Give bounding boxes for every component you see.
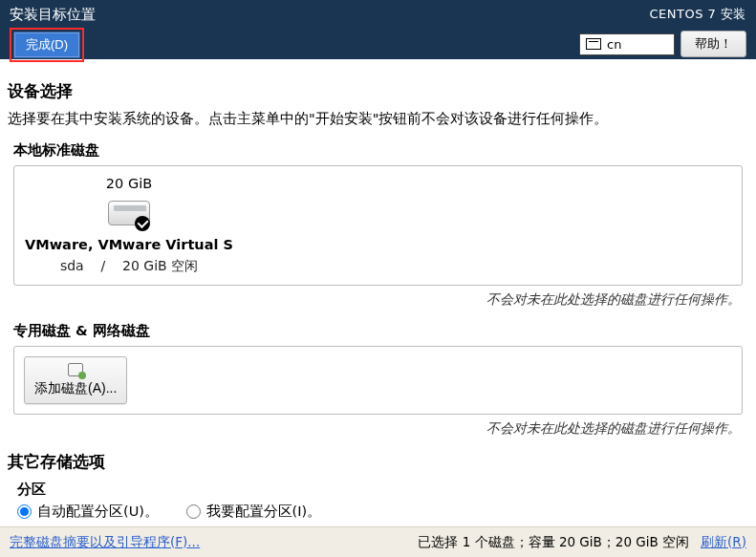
keyboard-layout-label: cn: [607, 37, 621, 52]
manual-partition-label: 我要配置分区(I)。: [206, 503, 322, 521]
page-title: 安装目标位置: [10, 6, 96, 24]
disk-status-text: 已选择 1 个磁盘；容量 20 GiB；20 GiB 空闲: [418, 534, 689, 551]
footer-bar: 完整磁盘摘要以及引导程序(F)... 已选择 1 个磁盘；容量 20 GiB；2…: [0, 526, 756, 557]
refresh-link[interactable]: 刷新(R): [701, 534, 746, 551]
no-action-note-1: 不会对未在此处选择的磁盘进行任何操作。: [8, 291, 741, 309]
other-options-heading: 其它存储选项: [8, 451, 748, 473]
top-left: 安装目标位置 完成(D): [10, 6, 96, 55]
add-disk-icon: [68, 363, 83, 376]
topbar-controls: cn 帮助！: [579, 31, 746, 57]
specialized-disks-panel: 添加磁盘(A)...: [13, 346, 743, 415]
done-button-highlight: 完成(D): [10, 28, 84, 62]
check-icon: [135, 216, 150, 231]
full-disk-summary-link[interactable]: 完整磁盘摘要以及引导程序(F)...: [10, 534, 200, 551]
auto-partition-label: 自动配置分区(U)。: [37, 503, 159, 521]
help-button[interactable]: 帮助！: [680, 31, 746, 57]
partitioning-label: 分区: [17, 481, 748, 499]
device-instructions: 选择要在其中安装系统的设备。点击主菜单中的"开始安装"按钮前不会对该设备进行任何…: [8, 110, 748, 128]
disk-sep: /: [100, 258, 105, 273]
main-content: 设备选择 选择要在其中安装系统的设备。点击主菜单中的"开始安装"按钮前不会对该设…: [0, 59, 756, 557]
disk-item[interactable]: 20 GiB VMware, VMware Virtual S sda / 20…: [24, 176, 234, 275]
top-bar: 安装目标位置 完成(D) CENTOS 7 安装 cn 帮助！: [0, 0, 756, 59]
keyboard-icon: [586, 38, 601, 50]
disk-free: 20 GiB 空闲: [122, 258, 198, 273]
disk-size: 20 GiB: [24, 176, 234, 191]
add-disk-button[interactable]: 添加磁盘(A)...: [24, 356, 127, 404]
auto-partition-option[interactable]: 自动配置分区(U)。: [17, 503, 159, 521]
device-selection-heading: 设备选择: [8, 80, 748, 102]
local-disks-heading: 本地标准磁盘: [13, 141, 748, 160]
top-right: CENTOS 7 安装 cn 帮助！: [579, 6, 746, 55]
local-disks-panel: 20 GiB VMware, VMware Virtual S sda / 20…: [13, 165, 743, 286]
add-disk-label: 添加磁盘(A)...: [34, 380, 117, 397]
product-title: CENTOS 7 安装: [650, 6, 746, 23]
hard-disk-icon: [106, 195, 152, 231]
done-button[interactable]: 完成(D): [13, 32, 80, 58]
auto-partition-radio[interactable]: [17, 504, 32, 519]
manual-partition-radio[interactable]: [186, 504, 201, 519]
keyboard-layout-selector[interactable]: cn: [579, 33, 675, 55]
disk-id: sda: [60, 258, 84, 273]
disk-name: VMware, VMware Virtual S: [24, 237, 234, 252]
no-action-note-2: 不会对未在此处选择的磁盘进行任何操作。: [8, 420, 741, 438]
manual-partition-option[interactable]: 我要配置分区(I)。: [186, 503, 322, 521]
specialized-disks-heading: 专用磁盘 & 网络磁盘: [13, 322, 748, 340]
disk-subinfo: sda / 20 GiB 空闲: [24, 258, 234, 275]
footer-right: 已选择 1 个磁盘；容量 20 GiB；20 GiB 空闲 刷新(R): [418, 534, 746, 551]
